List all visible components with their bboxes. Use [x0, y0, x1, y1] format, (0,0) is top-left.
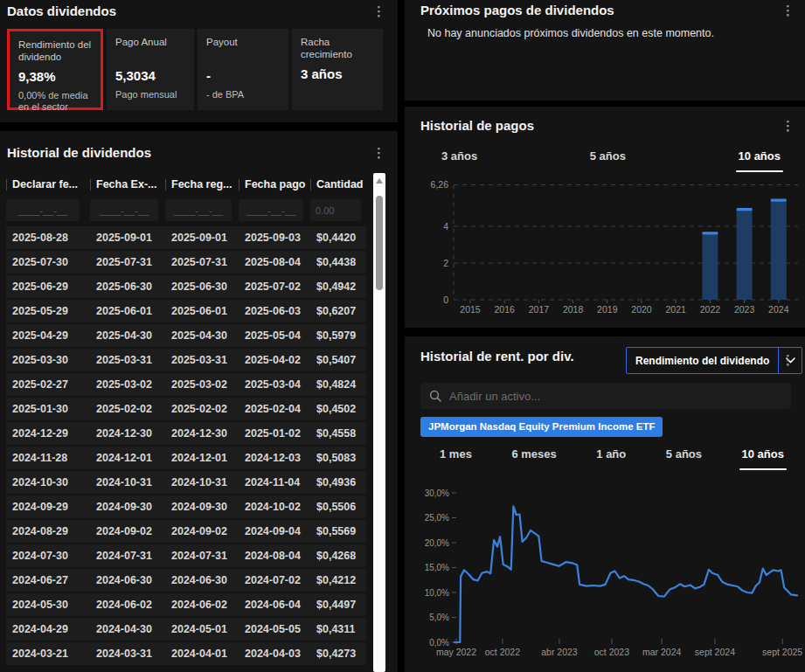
column-header-declare-date[interactable]: Declarar fe... [6, 178, 90, 191]
table-cell: 2025-04-29 [6, 329, 90, 342]
tab-10-years[interactable]: 10 años [739, 149, 781, 172]
svg-text:2022: 2022 [700, 304, 721, 315]
table-row: 2025-02-272025-03-022025-03-022025-03-04… [6, 373, 366, 396]
table-row: 2025-04-292025-04-302025-04-302025-05-04… [6, 324, 366, 347]
card-growth-streak[interactable]: Racha crecimiento 3 años [292, 29, 383, 110]
table-cell: $0,4497 [310, 599, 366, 611]
table-cell: $0,4942 [310, 281, 366, 293]
table-cell: 2024-06-27 [6, 574, 90, 586]
svg-text:2024: 2024 [768, 304, 789, 315]
svg-text:2018: 2018 [563, 304, 584, 315]
svg-text:25,0%: 25,0% [425, 513, 449, 523]
table-row: 2024-05-302024-06-022024-06-022024-06-04… [6, 593, 366, 616]
table-cell: 2025-06-01 [90, 305, 165, 317]
table-cell: 2024-07-31 [90, 550, 165, 562]
search-input[interactable] [449, 390, 782, 403]
table-row: 2024-07-302024-07-312024-07-312024-08-04… [6, 544, 366, 567]
table-row: 2024-12-292024-12-302024-12-302025-01-02… [6, 422, 366, 445]
svg-text:2: 2 [443, 258, 448, 268]
svg-text:30,0%: 30,0% [425, 488, 449, 498]
column-header-ex-date[interactable]: Fecha Ex-... [90, 178, 165, 191]
kebab-menu-icon[interactable]: ⋮ [372, 147, 385, 159]
table-cell: $0,6207 [310, 305, 366, 317]
metric-dropdown[interactable]: Rendimiento del dividendo [626, 347, 802, 374]
table-cell: 2025-08-04 [239, 256, 310, 268]
table-cell: 2024-08-29 [6, 525, 90, 537]
card-payout-ratio[interactable]: Payout - - de BPA [198, 29, 288, 110]
table-cell: 2024-06-04 [239, 599, 310, 611]
table-row: 2024-09-292024-09-302024-09-302024-10-02… [6, 495, 366, 518]
scroll-up-icon[interactable] [376, 178, 383, 184]
svg-text:2019: 2019 [597, 304, 618, 315]
table-cell: 2025-08-28 [6, 232, 90, 244]
card-dividend-yield[interactable]: Rendimiento del dividendo 9,38% 0,00% de… [7, 29, 103, 110]
asset-chip-jepq[interactable]: JPMorgan Nasdaq Equity Premium Income ET… [420, 417, 663, 437]
payments-range-tabs: 3 años 5 años 10 años [441, 149, 781, 172]
dividends-dashboard: Datos dividendos ⋮ Rendimiento del divid… [0, 0, 805, 672]
svg-text:0: 0 [443, 294, 448, 305]
table-cell: 2024-07-30 [6, 550, 90, 562]
table-row: 2024-06-272024-06-302024-06-302024-07-02… [6, 569, 366, 592]
filter-declare-date-input[interactable] [6, 199, 80, 221]
payments-bar-chart: 6,26420201520162017201820192020202120222… [405, 180, 805, 325]
card-sub: 0,00% de media en el sector [18, 90, 92, 114]
card-annual-payout[interactable]: Pago Anual 5,3034 Pago mensual [107, 29, 194, 110]
table-cell: 2025-04-30 [90, 329, 165, 342]
tab-10-years[interactable]: 10 años [742, 447, 784, 470]
scrollbar-thumb[interactable] [376, 196, 383, 290]
table-row: 2025-05-292025-06-012025-06-012025-06-03… [6, 300, 366, 322]
no-upcoming-dividends-message: No hay anunciados próximos dividendos en… [427, 27, 714, 39]
table-scrollbar[interactable] [373, 173, 385, 672]
table-cell: 2024-05-30 [6, 599, 90, 611]
table-cell: 2024-09-29 [6, 501, 90, 513]
column-header-amount[interactable]: Cantidad [310, 178, 366, 191]
kebab-menu-icon[interactable]: ⋮ [781, 354, 795, 366]
filter-record-date-input[interactable] [165, 199, 232, 221]
table-cell: 2024-10-30 [6, 476, 90, 488]
card-label: Racha crecimiento [301, 37, 374, 61]
column-header-record-date[interactable]: Fecha reg... [165, 178, 239, 191]
tab-5-years[interactable]: 5 años [590, 149, 626, 172]
table-cell: 2025-07-02 [239, 281, 310, 293]
tab-3-years[interactable]: 3 años [441, 149, 477, 172]
kebab-menu-icon[interactable]: ⋮ [372, 5, 385, 17]
tab-6-months[interactable]: 6 meses [511, 447, 556, 470]
table-cell: 2025-03-02 [165, 378, 239, 391]
yield-range-tabs: 1 mes 6 meses 1 año 5 años 10 años [440, 447, 784, 470]
svg-text:20,0%: 20,0% [425, 538, 449, 548]
table-cell: $0,4311 [310, 623, 366, 635]
table-cell: 2024-03-31 [90, 648, 165, 660]
history-panel-title: Historial de dividendos [7, 145, 151, 160]
stats-cards: Rendimiento del dividendo 9,38% 0,00% de… [7, 29, 383, 110]
table-cell: $0,4212 [310, 574, 366, 586]
tab-1-year[interactable]: 1 año [596, 447, 626, 470]
filter-pay-date-input[interactable] [239, 199, 303, 221]
table-cell: 2024-09-04 [239, 525, 310, 537]
table-cell: 2025-03-31 [90, 354, 165, 366]
kebab-menu-icon[interactable]: ⋮ [781, 4, 795, 17]
kebab-menu-icon[interactable]: ⋮ [781, 120, 795, 132]
filter-amount-input[interactable] [310, 199, 361, 221]
table-cell: 2024-09-30 [90, 501, 165, 513]
table-cell: 2025-06-30 [165, 281, 239, 293]
table-cell: 2024-04-01 [165, 648, 239, 660]
tab-5-years[interactable]: 5 años [666, 447, 702, 470]
table-cell: 2024-09-02 [165, 525, 239, 537]
card-label: Pago Anual [115, 37, 185, 49]
table-cell: 2025-07-31 [90, 256, 165, 268]
table-cell: 2024-04-30 [90, 623, 165, 635]
column-header-pay-date[interactable]: Fecha pago [239, 178, 310, 191]
svg-text:0,0%: 0,0% [429, 638, 449, 648]
table-row: 2024-08-292024-09-022024-09-022024-09-04… [6, 520, 366, 543]
filter-ex-date-input[interactable] [90, 199, 158, 221]
svg-text:oct 2023: oct 2023 [594, 647, 629, 657]
tab-1-month[interactable]: 1 mes [440, 447, 472, 470]
dividend-history-panel: Historial de dividendos ⋮ Declarar fe...… [0, 131, 398, 672]
table-cell: $0,4273 [310, 648, 366, 660]
table-cell: 2024-08-04 [239, 550, 310, 562]
svg-text:5,0%: 5,0% [429, 613, 449, 622]
table-cell: 2024-07-31 [165, 550, 239, 562]
table-filter-row [6, 199, 366, 222]
table-cell: 2024-06-02 [90, 599, 165, 611]
svg-text:2017: 2017 [529, 304, 550, 315]
